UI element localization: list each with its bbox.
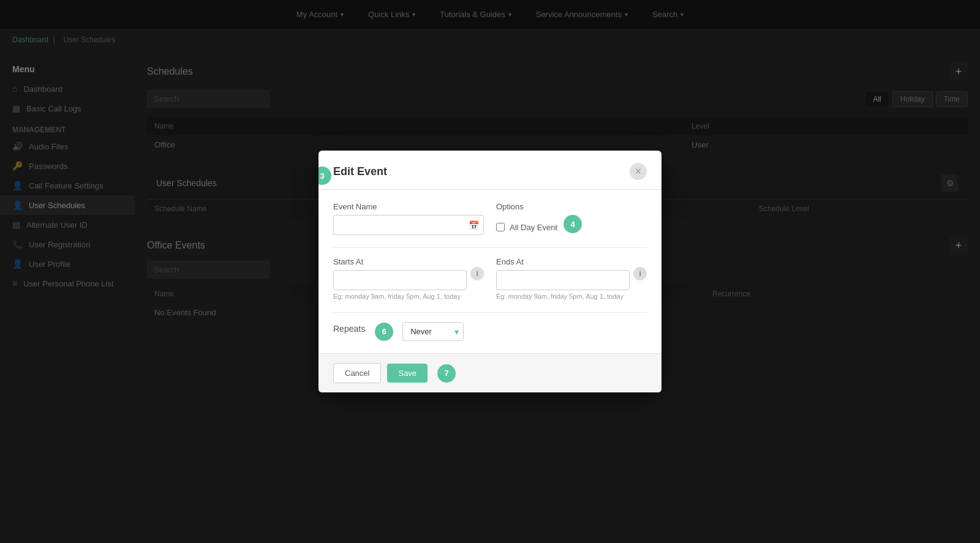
all-day-event-checkbox[interactable]	[496, 223, 505, 231]
step-badge-6: 6	[375, 323, 393, 341]
starts-at-input[interactable]	[333, 270, 467, 290]
edit-event-modal: Edit Event × Event Name 📅	[318, 151, 662, 392]
main-content: Schedules + All Holiday Time Name Level …	[135, 50, 980, 542]
all-day-event-label[interactable]: All Day Event	[496, 223, 557, 232]
form-row-starts-ends: Starts At i Eg: monday 9am, friday 5pm, …	[333, 257, 647, 300]
modal-header: Edit Event ×	[318, 151, 662, 190]
modal-overlay: Edit Event × Event Name 📅	[135, 50, 980, 542]
repeats-select-wrapper: Never Daily Weekly Monthly Yearly ▾	[402, 322, 464, 341]
step-badge-7: 7	[437, 364, 456, 383]
form-group-ends-at: Ends At i Eg: monday 9am, friday 5pm, Au…	[496, 257, 647, 300]
ends-at-label: Ends At	[496, 257, 647, 266]
event-name-input[interactable]	[333, 215, 484, 235]
modal-title: Edit Event	[333, 165, 387, 178]
ends-at-input[interactable]	[496, 270, 630, 290]
info-icon-starts[interactable]: i	[470, 267, 484, 280]
main-layout: Menu ⌂ Dashboard ▦ Basic Call Logs Manag…	[0, 50, 980, 542]
form-group-starts-at: Starts At i Eg: monday 9am, friday 5pm, …	[333, 257, 484, 300]
repeats-select[interactable]: Never Daily Weekly Monthly Yearly	[402, 322, 464, 341]
modal-footer: Cancel Save 7	[318, 353, 662, 392]
step-badge-4: 4	[564, 215, 582, 233]
info-icon-ends[interactable]: i	[633, 267, 647, 280]
modal-close-button[interactable]: ×	[630, 163, 647, 180]
divider-2	[333, 312, 647, 313]
starts-at-label: Starts At	[333, 257, 484, 266]
repeats-label: Repeats	[333, 324, 365, 334]
starts-at-hint: Eg: monday 9am, friday 5pm, Aug 1, today	[333, 293, 484, 300]
modal-body: Event Name 📅 3 Options	[318, 190, 662, 353]
form-row-name-options: Event Name 📅 3 Options	[333, 202, 647, 235]
event-name-input-wrapper: 📅	[333, 215, 484, 235]
cancel-button[interactable]: Cancel	[333, 363, 381, 383]
divider-1	[333, 247, 647, 248]
options-label: Options	[496, 202, 647, 211]
calendar-icon: 📅	[469, 220, 479, 230]
ends-at-hint: Eg: monday 9am, friday 5pm, Aug 1, today	[496, 293, 647, 300]
form-group-options: Options All Day Event 4	[496, 202, 647, 235]
form-group-event-name: Event Name 📅 3	[333, 202, 484, 235]
save-button[interactable]: Save	[387, 364, 428, 383]
event-name-label: Event Name	[333, 202, 484, 211]
repeats-row: Repeats 6 Never Daily Weekly Monthly Yea…	[333, 322, 647, 341]
all-day-event-text: All Day Event	[510, 223, 557, 232]
